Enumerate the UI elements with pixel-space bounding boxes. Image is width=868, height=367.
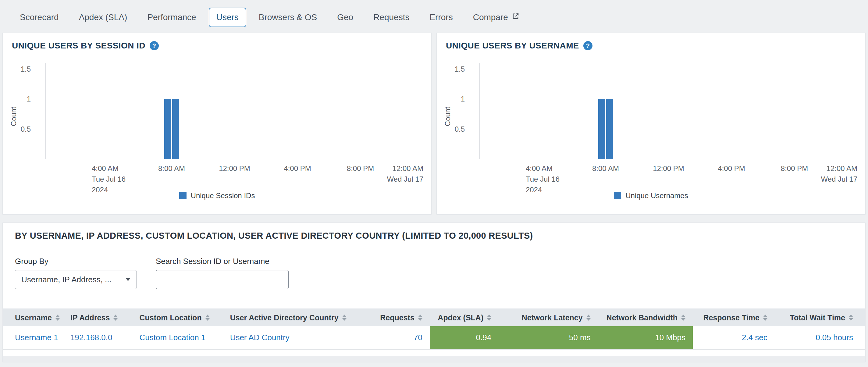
tab-geo[interactable]: Geo [330, 8, 361, 27]
y-tick-label: 1 [437, 95, 465, 103]
y-axis-title: Count [443, 107, 452, 126]
cell-apdex-sla: 0.94 [430, 326, 499, 349]
column-header-apdex-sla[interactable]: Apdex (SLA) [430, 308, 499, 326]
table-row: Username 1192.168.0.0Custom Location 1Us… [3, 326, 865, 349]
tab-label: Requests [373, 12, 409, 22]
column-header-label: User Active Directory Country [230, 313, 339, 322]
sort-up-arrow-icon [763, 314, 768, 317]
sort-icon[interactable] [113, 314, 118, 321]
column-header-user-active-directory-country[interactable]: User Active Directory Country [223, 308, 365, 326]
sort-down-arrow-icon [681, 318, 685, 321]
sort-icon[interactable] [586, 314, 591, 321]
cell-total-wait-time[interactable]: 0.05 hours [775, 326, 865, 349]
tab-browsers-os[interactable]: Browsers & OS [251, 8, 324, 27]
sort-up-arrow-icon [342, 314, 346, 317]
x-tick-label: 12:00 AMWed Jul 17 [821, 163, 857, 185]
column-header-username[interactable]: Username [3, 308, 63, 326]
tab-label: Geo [337, 12, 353, 22]
cell-response-time[interactable]: 2.4 sec [693, 326, 775, 349]
legend-label: Unique Usernames [625, 191, 688, 200]
tab-apdex-sla[interactable]: Apdex (SLA) [71, 8, 135, 27]
plot-area: 4:00 AMTue Jul 1620248:00 AM12:00 PM4:00… [479, 63, 857, 159]
x-axis-line [46, 159, 423, 159]
column-header-label: Apdex (SLA) [438, 313, 484, 322]
cell-ip-address[interactable]: 192.168.0.0 [63, 326, 132, 349]
column-header-response-time[interactable]: Response Time [693, 308, 775, 326]
column-header-custom-location[interactable]: Custom Location [132, 308, 222, 326]
gridline [480, 129, 857, 129]
gridline [480, 99, 857, 99]
x-tick-label: 8:00 AM [158, 163, 185, 174]
legend[interactable]: Unique Session IDs [3, 191, 431, 200]
sort-icon[interactable] [849, 314, 853, 321]
help-icon[interactable] [150, 41, 159, 50]
y-tick-label: 1.5 [3, 65, 31, 73]
tab-scorecard[interactable]: Scorecard [12, 8, 66, 27]
column-header-total-wait-time[interactable]: Total Wait Time [775, 308, 865, 326]
sort-icon[interactable] [487, 314, 491, 321]
sort-down-arrow-icon [342, 318, 346, 321]
legend-label: Unique Session IDs [191, 191, 255, 200]
sort-icon[interactable] [418, 314, 423, 321]
y-tick-label: 1 [3, 95, 31, 103]
search-input[interactable] [156, 270, 289, 289]
column-header-label: Network Latency [522, 313, 583, 322]
tab-errors[interactable]: Errors [422, 8, 460, 27]
controls-row: Group By Username, IP Address, ... Searc… [15, 257, 865, 289]
group-by-control: Group By Username, IP Address, ... [15, 257, 137, 289]
y-tick-label: 0.5 [437, 125, 465, 133]
cell-requests[interactable]: 70 [365, 326, 430, 349]
cell-username[interactable]: Username 1 [3, 326, 63, 349]
sort-up-arrow-icon [418, 314, 423, 317]
column-header-label: Network Bandwidth [607, 313, 678, 322]
sort-icon[interactable] [763, 314, 768, 321]
cell-user-active-directory-country[interactable]: User AD Country [223, 326, 365, 349]
x-tick-label: 12:00 PM [219, 163, 250, 174]
results-panel: BY USERNAME, IP ADDRESS, CUSTOM LOCATION… [2, 222, 866, 362]
cell-network-bandwidth: 10 Mbps [598, 326, 693, 349]
sort-down-arrow-icon [849, 318, 853, 321]
chart-panel-session-id: UNIQUE USERS BY SESSION ID Count 4:00 AM… [2, 33, 432, 215]
x-tick-label: 12:00 AMWed Jul 17 [387, 163, 423, 185]
bar [164, 99, 171, 159]
chart-panel-username: UNIQUE USERS BY USERNAME Count 4:00 AMTu… [436, 33, 866, 215]
sort-down-arrow-icon [56, 318, 60, 321]
charts-row: UNIQUE USERS BY SESSION ID Count 4:00 AM… [0, 33, 868, 215]
legend[interactable]: Unique Usernames [437, 191, 865, 200]
legend-swatch [614, 192, 621, 200]
search-control: Search Session ID or Username [156, 257, 289, 289]
help-icon[interactable] [583, 41, 592, 50]
bar [598, 99, 605, 159]
column-header-ip-address[interactable]: IP Address [63, 308, 132, 326]
group-by-select[interactable]: Username, IP Address, ... [15, 270, 137, 289]
column-header-network-bandwidth[interactable]: Network Bandwidth [598, 308, 693, 326]
bar [172, 99, 179, 159]
sort-down-arrow-icon [418, 318, 423, 321]
sort-icon[interactable] [56, 314, 60, 321]
sort-icon[interactable] [342, 314, 346, 321]
y-tick-label: 1.5 [437, 65, 465, 73]
tab-users[interactable]: Users [209, 8, 246, 27]
cell-custom-location[interactable]: Custom Location 1 [132, 326, 222, 349]
sort-icon[interactable] [206, 314, 210, 321]
sort-icon[interactable] [681, 314, 685, 321]
sort-up-arrow-icon [56, 314, 60, 317]
column-header-network-latency[interactable]: Network Latency [499, 308, 598, 326]
tab-performance[interactable]: Performance [140, 8, 204, 27]
sort-up-arrow-icon [113, 314, 118, 317]
chart-body: Count 4:00 AMTue Jul 1620248:00 AM12:00 … [437, 60, 865, 191]
results-table: UsernameIP AddressCustom LocationUser Ac… [3, 308, 865, 349]
tab-requests[interactable]: Requests [366, 8, 417, 27]
chart-title: UNIQUE USERS BY USERNAME [446, 41, 579, 51]
column-header-label: Response Time [703, 313, 759, 322]
gridline [46, 69, 423, 69]
tab-compare[interactable]: Compare [465, 7, 527, 27]
y-tick-label: 0.5 [3, 125, 31, 133]
sort-down-arrow-icon [763, 318, 768, 321]
column-header-label: Total Wait Time [790, 313, 845, 322]
tab-label: Performance [147, 12, 196, 22]
y-axis-title: Count [9, 107, 18, 126]
tab-label: Apdex (SLA) [79, 12, 127, 22]
column-header-requests[interactable]: Requests [365, 308, 430, 326]
sort-up-arrow-icon [206, 314, 210, 317]
